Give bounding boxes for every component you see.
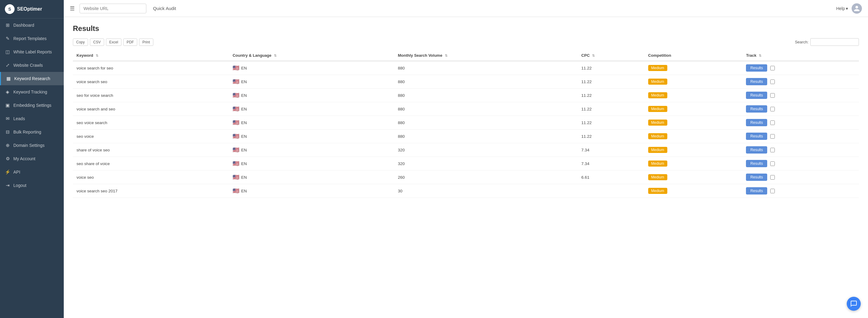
nav-icon-dashboard: ⊞ xyxy=(5,23,10,28)
print-button[interactable]: Print xyxy=(139,38,153,46)
sidebar-item-api[interactable]: ⚡ API xyxy=(0,165,64,179)
results-button-0[interactable]: Results xyxy=(746,64,767,72)
cell-competition-2: Medium xyxy=(645,89,743,102)
flag-icon-3: 🇺🇸 xyxy=(232,105,239,112)
search-input[interactable] xyxy=(810,38,859,46)
flag-icon-2: 🇺🇸 xyxy=(232,92,239,99)
cell-keyword-8: voice seo xyxy=(73,170,229,184)
sidebar-item-bulk-reporting[interactable]: ⊟ Bulk Reporting xyxy=(0,125,64,139)
nav-icon-api: ⚡ xyxy=(5,169,10,175)
cell-country-5: 🇺🇸 EN xyxy=(229,130,394,143)
user-avatar[interactable] xyxy=(851,3,862,14)
cell-lang-2: EN xyxy=(241,93,247,98)
help-button[interactable]: Help ▾ xyxy=(836,6,848,11)
nav-icon-white-label-reports: ◫ xyxy=(5,49,10,55)
cell-cpc-0: 11.22 xyxy=(578,61,645,75)
competition-badge-8: Medium xyxy=(648,174,667,180)
sidebar-item-website-crawls[interactable]: ⤢ Website Crawls xyxy=(0,59,64,72)
sidebar-item-domain-settings[interactable]: ⊕ Domain Settings xyxy=(0,139,64,152)
col-track[interactable]: Track ⇅ xyxy=(742,50,859,61)
competition-badge-7: Medium xyxy=(648,161,667,167)
track-checkbox-9[interactable] xyxy=(770,189,775,193)
cell-competition-7: Medium xyxy=(645,157,743,170)
nav-label-leads: Leads xyxy=(13,116,25,121)
nav-label-keyword-tracking: Keyword Tracking xyxy=(13,90,47,94)
table-row: seo voice 🇺🇸 EN 880 11.22 Medium Results xyxy=(73,130,859,143)
nav-label-report-templates: Report Templates xyxy=(13,36,46,41)
cell-keyword-1: voice search seo xyxy=(73,75,229,89)
track-checkbox-0[interactable] xyxy=(770,66,775,70)
results-button-7[interactable]: Results xyxy=(746,160,767,167)
sidebar-item-white-label-reports[interactable]: ◫ White Label Reports xyxy=(0,45,64,59)
cell-cpc-3: 11.22 xyxy=(578,102,645,116)
cell-track-6: Results xyxy=(742,143,859,157)
hamburger-icon[interactable]: ☰ xyxy=(70,5,75,12)
table-row: share of voice seo 🇺🇸 EN 320 7.34 Medium… xyxy=(73,143,859,157)
sidebar-item-dashboard[interactable]: ⊞ Dashboard xyxy=(0,19,64,32)
cell-country-7: 🇺🇸 EN xyxy=(229,157,394,170)
chat-bubble[interactable] xyxy=(847,297,861,311)
nav-label-dashboard: Dashboard xyxy=(13,23,34,28)
sort-icon-volume: ⇅ xyxy=(445,54,447,58)
logo-icon: S xyxy=(5,4,14,14)
results-button-9[interactable]: Results xyxy=(746,187,767,194)
cell-country-4: 🇺🇸 EN xyxy=(229,116,394,130)
track-checkbox-4[interactable] xyxy=(770,121,775,125)
cell-volume-7: 320 xyxy=(394,157,578,170)
excel-button[interactable]: Excel xyxy=(106,38,121,46)
sidebar-item-keyword-research[interactable]: ▦ Keyword Research xyxy=(0,72,64,85)
table-row: voice seo 🇺🇸 EN 260 6.61 Medium Results xyxy=(73,170,859,184)
cell-track-7: Results xyxy=(742,157,859,170)
track-checkbox-2[interactable] xyxy=(770,93,775,98)
cell-competition-1: Medium xyxy=(645,75,743,89)
table-body: voice search for seo 🇺🇸 EN 880 11.22 Med… xyxy=(73,61,859,198)
cell-competition-9: Medium xyxy=(645,184,743,198)
cell-volume-3: 880 xyxy=(394,102,578,116)
cell-keyword-9: voice search seo 2017 xyxy=(73,184,229,198)
track-checkbox-5[interactable] xyxy=(770,134,775,139)
sidebar-item-keyword-tracking[interactable]: ◈ Keyword Tracking xyxy=(0,85,64,99)
cell-track-2: Results xyxy=(742,89,859,102)
cell-keyword-7: seo share of voice xyxy=(73,157,229,170)
results-button-8[interactable]: Results xyxy=(746,173,767,181)
track-checkbox-8[interactable] xyxy=(770,175,775,180)
copy-button[interactable]: Copy xyxy=(73,38,88,46)
col-competition[interactable]: Competition xyxy=(645,50,743,61)
results-button-4[interactable]: Results xyxy=(746,119,767,126)
cell-cpc-7: 7.34 xyxy=(578,157,645,170)
nav-label-api: API xyxy=(13,170,20,174)
competition-badge-2: Medium xyxy=(648,92,667,98)
track-checkbox-7[interactable] xyxy=(770,161,775,166)
results-button-2[interactable]: Results xyxy=(746,92,767,99)
flag-icon-1: 🇺🇸 xyxy=(232,78,239,85)
url-input[interactable] xyxy=(80,4,146,13)
nav-icon-my-account: ⚙ xyxy=(5,156,10,161)
cell-country-3: 🇺🇸 EN xyxy=(229,102,394,116)
track-checkbox-3[interactable] xyxy=(770,107,775,112)
col-keyword[interactable]: Keyword ⇅ xyxy=(73,50,229,61)
results-button-3[interactable]: Results xyxy=(746,105,767,113)
track-checkbox-6[interactable] xyxy=(770,148,775,152)
sidebar-item-embedding-settings[interactable]: ▣ Embedding Settings xyxy=(0,99,64,112)
results-button-1[interactable]: Results xyxy=(746,78,767,85)
col-cpc[interactable]: CPC ⇅ xyxy=(578,50,645,61)
col-country-language[interactable]: Country & Language ⇅ xyxy=(229,50,394,61)
cell-track-3: Results xyxy=(742,102,859,116)
sidebar-item-logout[interactable]: ⇥ Logout xyxy=(0,179,64,192)
sort-icon-country: ⇅ xyxy=(274,54,277,58)
track-checkbox-1[interactable] xyxy=(770,80,775,84)
sidebar-item-my-account[interactable]: ⚙ My Account xyxy=(0,152,64,165)
cell-cpc-4: 11.22 xyxy=(578,116,645,130)
nav-list: ⊞ Dashboard✎ Report Templates◫ White Lab… xyxy=(0,19,64,192)
results-button-5[interactable]: Results xyxy=(746,133,767,140)
nav-icon-logout: ⇥ xyxy=(5,183,10,188)
csv-button[interactable]: CSV xyxy=(90,38,104,46)
competition-badge-0: Medium xyxy=(648,65,667,71)
sidebar-item-leads[interactable]: ✉ Leads xyxy=(0,112,64,125)
col-monthly-volume[interactable]: Monthly Search Volume ⇅ xyxy=(394,50,578,61)
pdf-button[interactable]: PDF xyxy=(123,38,137,46)
flag-icon-6: 🇺🇸 xyxy=(232,147,239,153)
sidebar-item-report-templates[interactable]: ✎ Report Templates xyxy=(0,32,64,45)
quick-audit-button[interactable]: Quick Audit xyxy=(150,4,179,13)
results-button-6[interactable]: Results xyxy=(746,146,767,154)
